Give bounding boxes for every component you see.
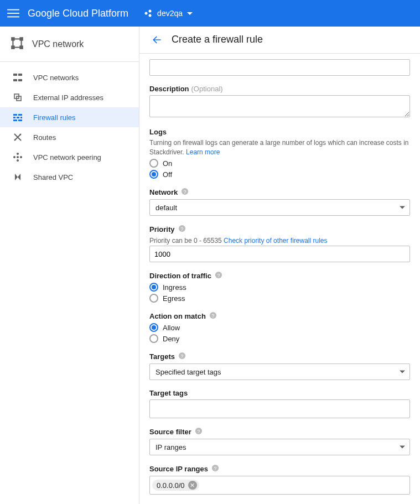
chip-remove-icon[interactable]: ✕: [188, 481, 197, 490]
sidebar-item-vpc-networks[interactable]: VPC networks: [0, 67, 139, 87]
svg-rect-24: [20, 117, 22, 118]
source-filter-select[interactable]: IP ranges: [149, 439, 410, 455]
sidebar-item-label: VPC network peering: [33, 153, 101, 162]
logs-off-radio[interactable]: Off: [149, 170, 410, 179]
svg-rect-13: [21, 40, 22, 46]
vpc-networks-icon: [12, 72, 23, 83]
direction-label: Direction of traffic: [149, 272, 211, 280]
source-ip-label: Source IP ranges: [149, 465, 208, 473]
target-tags-input[interactable]: [149, 399, 410, 418]
sidebar-item-label: Firewall rules: [33, 113, 76, 122]
description-optional: (Optional): [191, 85, 223, 93]
targets-select-value: Specified target tags: [155, 368, 221, 376]
firewall-form: Description (Optional) Logs Turning on f…: [139, 54, 420, 504]
shared-vpc-icon: [12, 172, 23, 183]
sidebar-item-firewall-rules[interactable]: Firewall rules: [0, 107, 139, 127]
help-icon[interactable]: ?: [211, 464, 219, 474]
description-textarea[interactable]: [149, 95, 410, 117]
source-filter-select-value: IP ranges: [155, 443, 186, 451]
project-icon: [144, 9, 153, 18]
svg-text:?: ?: [214, 466, 217, 471]
source-filter-label: Source filter: [149, 428, 191, 436]
svg-point-31: [20, 156, 22, 158]
sidebar-item-routes[interactable]: Routes: [0, 127, 139, 147]
priority-label: Priority: [149, 225, 175, 233]
action-allow-radio[interactable]: Allow: [149, 323, 410, 332]
chevron-down-icon: [400, 446, 405, 449]
page-title: Create a firewall rule: [172, 34, 263, 45]
sidebar-product-header[interactable]: VPC network: [0, 27, 139, 62]
logs-on-radio[interactable]: On: [149, 159, 410, 168]
page-header: Create a firewall rule: [139, 27, 420, 54]
network-select-value: default: [155, 204, 177, 212]
priority-check-link[interactable]: Check priority of other firewall rules: [224, 237, 327, 245]
chevron-down-icon: [187, 12, 193, 15]
svg-rect-20: [13, 114, 17, 116]
svg-point-32: [17, 153, 19, 155]
svg-point-29: [17, 156, 19, 158]
svg-point-5: [149, 14, 152, 17]
targets-select[interactable]: Specified target tags: [149, 363, 410, 380]
svg-rect-11: [14, 47, 20, 48]
sidebar-item-shared-vpc[interactable]: Shared VPC: [0, 167, 139, 187]
action-label: Action on match: [149, 312, 206, 320]
svg-rect-21: [18, 114, 22, 116]
targets-label: Targets: [149, 352, 175, 361]
svg-point-4: [149, 10, 152, 13]
name-input[interactable]: [149, 59, 410, 76]
description-label: Description: [149, 85, 189, 93]
sidebar-item-label: VPC networks: [33, 74, 79, 82]
help-icon[interactable]: ?: [181, 188, 189, 197]
network-select[interactable]: default: [149, 199, 410, 216]
main-content: Create a firewall rule Description (Opti…: [139, 27, 420, 504]
logs-learn-more-link[interactable]: Learn more: [186, 148, 220, 156]
svg-rect-23: [17, 117, 19, 118]
sidebar: VPC network VPC networks External IP add…: [0, 27, 139, 504]
help-icon[interactable]: ?: [178, 225, 186, 234]
svg-rect-15: [18, 74, 22, 76]
help-icon[interactable]: ?: [215, 271, 222, 280]
routes-icon: [12, 132, 23, 143]
help-icon[interactable]: ?: [195, 427, 203, 437]
svg-rect-12: [12, 40, 13, 46]
sidebar-nav: VPC networks External IP addresses Firew…: [0, 62, 139, 187]
brand-text: Google Cloud Platform: [28, 8, 128, 19]
chevron-down-icon: [400, 206, 405, 209]
help-icon[interactable]: ?: [209, 311, 217, 321]
sidebar-item-label: Routes: [33, 133, 56, 142]
logs-help-text: Turning on firewall logs can generate a …: [149, 138, 410, 157]
help-icon[interactable]: ?: [178, 352, 186, 361]
svg-point-33: [17, 159, 19, 162]
priority-input[interactable]: [149, 246, 410, 262]
menu-icon[interactable]: [7, 7, 20, 20]
svg-rect-17: [18, 79, 22, 81]
svg-rect-2: [7, 17, 19, 18]
svg-rect-0: [7, 9, 19, 11]
ip-range-chip: 0.0.0.0/0✕: [152, 480, 199, 491]
direction-egress-radio[interactable]: Egress: [149, 294, 410, 303]
svg-rect-26: [18, 119, 22, 121]
logs-label: Logs: [149, 128, 167, 136]
svg-rect-1: [7, 13, 19, 14]
svg-point-30: [13, 156, 15, 158]
external-ip-icon: [12, 92, 23, 103]
target-tags-label: Target tags: [149, 389, 188, 397]
chevron-down-icon: [400, 371, 405, 373]
svg-rect-25: [13, 119, 17, 121]
direction-ingress-radio[interactable]: Ingress: [149, 283, 410, 292]
sidebar-item-peering[interactable]: VPC network peering: [0, 147, 139, 167]
svg-text:?: ?: [180, 226, 183, 232]
back-button[interactable]: [149, 32, 165, 48]
source-ip-input[interactable]: 0.0.0.0/0✕: [149, 476, 410, 495]
svg-text:?: ?: [217, 273, 220, 278]
svg-text:?: ?: [184, 189, 186, 195]
sidebar-item-label: External IP addresses: [33, 93, 103, 102]
firewall-rules-icon: [12, 112, 23, 123]
svg-text:?: ?: [211, 313, 214, 319]
project-selector[interactable]: dev2qa: [144, 9, 193, 18]
action-deny-radio[interactable]: Deny: [149, 334, 410, 343]
sidebar-item-label: Shared VPC: [33, 173, 73, 181]
sidebar-item-external-ip[interactable]: External IP addresses: [0, 87, 139, 107]
svg-rect-22: [13, 117, 15, 118]
svg-text:?: ?: [197, 429, 200, 434]
